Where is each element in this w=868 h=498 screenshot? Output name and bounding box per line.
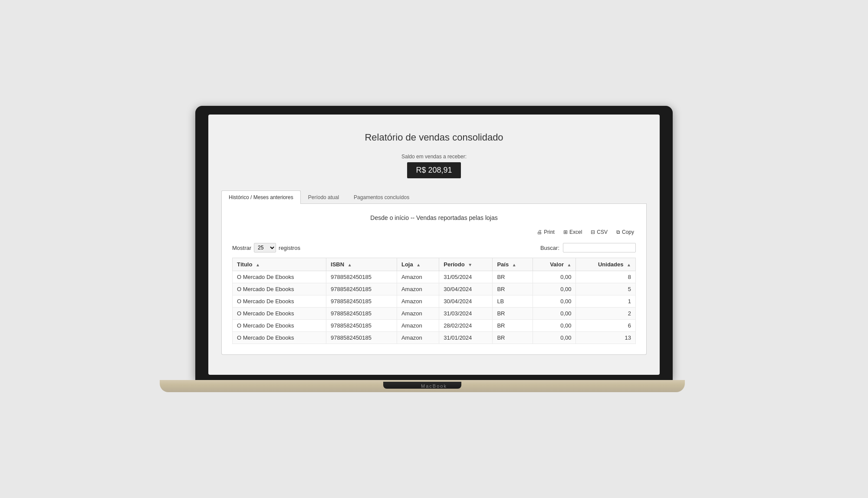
cell-valor: 0,00 — [533, 283, 576, 295]
cell-loja: Amazon — [397, 332, 439, 344]
entries-select[interactable]: 25 10 50 100 — [254, 243, 276, 252]
print-button[interactable]: 🖨 Print — [535, 228, 556, 236]
csv-label: CSV — [597, 229, 608, 235]
sort-isbn-icon: ▲ — [348, 262, 352, 267]
cell-periodo: 31/05/2024 — [439, 271, 493, 283]
cell-pais: BR — [493, 271, 533, 283]
laptop-brand: MacBook — [421, 383, 447, 389]
cell-titulo: O Mercado De Ebooks — [233, 295, 326, 308]
data-table: Título ▲ ISBN ▲ Loja ▲ — [232, 258, 636, 344]
excel-icon: ⊞ — [563, 229, 568, 235]
sort-valor-icon: ▲ — [567, 262, 572, 267]
cell-periodo: 30/04/2024 — [439, 283, 493, 295]
csv-button[interactable]: ⊟ CSV — [589, 228, 609, 236]
cell-unidades: 8 — [576, 271, 636, 283]
csv-icon: ⊟ — [591, 229, 595, 235]
table-controls: Mostrar 25 10 50 100 registros Buscar: — [232, 243, 636, 252]
records-label: registros — [279, 245, 300, 251]
sort-titulo-icon: ▲ — [256, 262, 260, 267]
search-label: Buscar: — [540, 245, 559, 251]
cell-pais: BR — [493, 308, 533, 320]
cell-isbn: 9788582450185 — [326, 295, 397, 308]
print-label: Print — [544, 229, 555, 235]
table-row: O Mercado De Ebooks 9788582450185 Amazon… — [233, 308, 636, 320]
main-panel: Desde o início -- Vendas reportadas pela… — [221, 204, 647, 355]
cell-loja: Amazon — [397, 295, 439, 308]
excel-label: Excel — [569, 229, 582, 235]
copy-label: Copy — [622, 229, 634, 235]
cell-unidades: 13 — [576, 332, 636, 344]
cell-isbn: 9788582450185 — [326, 332, 397, 344]
cell-titulo: O Mercado De Ebooks — [233, 271, 326, 283]
show-label: Mostrar — [232, 245, 251, 251]
cell-isbn: 9788582450185 — [326, 308, 397, 320]
cell-periodo: 28/02/2024 — [439, 320, 493, 332]
panel-title: Desde o início -- Vendas reportadas pela… — [232, 214, 636, 221]
table-header-row: Título ▲ ISBN ▲ Loja ▲ — [233, 258, 636, 271]
cell-pais: BR — [493, 332, 533, 344]
show-entries: Mostrar 25 10 50 100 registros — [232, 243, 300, 252]
page-title: Relatório de vendas consolidado — [221, 132, 647, 143]
cell-isbn: 9788582450185 — [326, 320, 397, 332]
tab-historico[interactable]: Histórico / Meses anteriores — [221, 190, 301, 204]
sort-pais-icon: ▲ — [512, 262, 516, 267]
tabs-container: Histórico / Meses anteriores Período atu… — [221, 190, 647, 204]
cell-periodo: 30/04/2024 — [439, 295, 493, 308]
col-valor[interactable]: Valor ▲ — [533, 258, 576, 271]
cell-valor: 0,00 — [533, 332, 576, 344]
app-content: Relatório de vendas consolidado Saldo em… — [208, 115, 660, 375]
search-input[interactable] — [563, 243, 636, 252]
cell-valor: 0,00 — [533, 320, 576, 332]
cell-unidades: 1 — [576, 295, 636, 308]
col-unidades[interactable]: Unidades ▲ — [576, 258, 636, 271]
col-pais[interactable]: País ▲ — [493, 258, 533, 271]
table-row: O Mercado De Ebooks 9788582450185 Amazon… — [233, 283, 636, 295]
balance-label: Saldo em vendas a receber: — [221, 154, 647, 160]
cell-unidades: 2 — [576, 308, 636, 320]
balance-section: Saldo em vendas a receber: R$ 208,91 — [221, 154, 647, 178]
toolbar: 🖨 Print ⊞ Excel ⊟ CSV ⧉ — [232, 228, 636, 236]
balance-value: R$ 208,91 — [407, 162, 460, 178]
cell-valor: 0,00 — [533, 271, 576, 283]
sort-periodo-icon: ▼ — [468, 262, 472, 267]
col-loja[interactable]: Loja ▲ — [397, 258, 439, 271]
print-icon: 🖨 — [537, 229, 542, 235]
laptop-wrapper: Relatório de vendas consolidado Saldo em… — [195, 106, 673, 392]
copy-icon: ⧉ — [616, 229, 620, 235]
screen-content: Relatório de vendas consolidado Saldo em… — [208, 115, 660, 375]
cell-pais: BR — [493, 283, 533, 295]
table-row: O Mercado De Ebooks 9788582450185 Amazon… — [233, 271, 636, 283]
sort-loja-icon: ▲ — [416, 262, 421, 267]
cell-unidades: 5 — [576, 283, 636, 295]
table-row: O Mercado De Ebooks 9788582450185 Amazon… — [233, 295, 636, 308]
cell-titulo: O Mercado De Ebooks — [233, 283, 326, 295]
cell-loja: Amazon — [397, 271, 439, 283]
cell-periodo: 31/01/2024 — [439, 332, 493, 344]
cell-isbn: 9788582450185 — [326, 283, 397, 295]
table-row: O Mercado De Ebooks 9788582450185 Amazon… — [233, 332, 636, 344]
cell-loja: Amazon — [397, 283, 439, 295]
cell-loja: Amazon — [397, 320, 439, 332]
excel-button[interactable]: ⊞ Excel — [562, 228, 584, 236]
cell-periodo: 31/03/2024 — [439, 308, 493, 320]
cell-titulo: O Mercado De Ebooks — [233, 308, 326, 320]
search-box: Buscar: — [540, 243, 636, 252]
cell-unidades: 6 — [576, 320, 636, 332]
col-titulo[interactable]: Título ▲ — [233, 258, 326, 271]
tab-periodo[interactable]: Período atual — [301, 190, 346, 204]
cell-loja: Amazon — [397, 308, 439, 320]
cell-pais: LB — [493, 295, 533, 308]
copy-button[interactable]: ⧉ Copy — [615, 228, 636, 236]
sort-unidades-icon: ▲ — [627, 262, 631, 267]
col-isbn[interactable]: ISBN ▲ — [326, 258, 397, 271]
col-periodo[interactable]: Período ▼ — [439, 258, 493, 271]
table-row: O Mercado De Ebooks 9788582450185 Amazon… — [233, 320, 636, 332]
cell-valor: 0,00 — [533, 295, 576, 308]
cell-pais: BR — [493, 320, 533, 332]
cell-titulo: O Mercado De Ebooks — [233, 332, 326, 344]
cell-isbn: 9788582450185 — [326, 271, 397, 283]
cell-valor: 0,00 — [533, 308, 576, 320]
tab-pagamentos[interactable]: Pagamentos concluídos — [346, 190, 417, 204]
laptop-screen: Relatório de vendas consolidado Saldo em… — [195, 106, 673, 380]
cell-titulo: O Mercado De Ebooks — [233, 320, 326, 332]
